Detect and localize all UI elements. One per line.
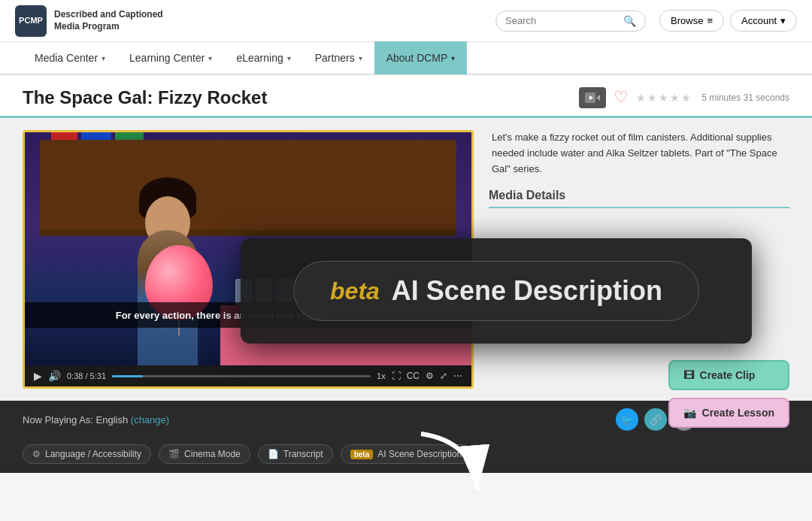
title-actions: ♡ ★ ★ ★ ★ ★ 5 minutes 31 seconds: [579, 87, 789, 108]
page-title: The Space Gal: Fizzy Rocket: [23, 87, 267, 108]
chevron-down-icon: ▾: [451, 54, 455, 62]
chevron-down-icon: ▾: [359, 54, 362, 62]
ai-scene-description-overlay: beta AI Scene Description: [241, 238, 752, 344]
svg-marker-1: [596, 95, 600, 101]
chevron-down-icon: ▾: [208, 54, 212, 62]
star-5: ★: [681, 92, 691, 104]
play-button[interactable]: ▶: [34, 370, 42, 382]
chevron-down-icon: ▾: [102, 54, 105, 62]
arrow-svg: [406, 419, 496, 509]
right-action-buttons: 🎞 Create Clip 📷 Create Lesson: [668, 360, 789, 428]
browse-button[interactable]: Browse ≡: [659, 10, 724, 32]
bookshelf: REACHSTARS: [40, 140, 456, 230]
change-language-link[interactable]: (change): [131, 414, 169, 426]
clip-icon: 🎞: [683, 369, 694, 381]
org-name: Described and Captioned Media Program: [54, 9, 163, 32]
video-type-icon[interactable]: [579, 87, 606, 108]
top-header: PCMP Described and Captioned Media Progr…: [0, 0, 812, 42]
favorite-button[interactable]: ♡: [614, 88, 629, 108]
ai-badge: beta AI Scene Description: [293, 261, 699, 321]
speed-button[interactable]: 1x: [377, 371, 386, 380]
twitter-share-button[interactable]: 🐦: [616, 408, 638, 431]
now-playing-label: Now Playing As: English (change): [23, 414, 169, 426]
book-1: REACHSTARS: [51, 132, 77, 140]
browse-label: Browse: [671, 15, 703, 26]
star-1: ★: [636, 92, 646, 104]
nav-item-partners[interactable]: Partners ▾: [303, 41, 374, 74]
play-icon: [585, 92, 600, 103]
arrow-indicator: [406, 419, 496, 512]
search-icon: 🔍: [623, 15, 636, 27]
nav-item-learning-center[interactable]: Learning Center ▾: [117, 41, 224, 74]
lesson-icon: 📷: [683, 407, 696, 419]
progress-fill: [112, 375, 143, 377]
language-accessibility-button[interactable]: ⚙ Language / Accessibility: [23, 444, 151, 464]
fullscreen-icon[interactable]: ⛶: [392, 371, 401, 381]
star-4: ★: [670, 92, 680, 104]
expand-icon[interactable]: ⤢: [440, 371, 447, 381]
media-details-heading: Media Details: [489, 189, 789, 208]
duration-text: 5 minutes 31 seconds: [701, 92, 789, 103]
more-icon[interactable]: ⋯: [453, 371, 462, 381]
browse-menu-icon: ≡: [707, 15, 713, 26]
main-nav: Media Center ▾ Learning Center ▾ eLearni…: [0, 42, 812, 75]
subtitles-icon[interactable]: CC: [407, 371, 420, 381]
star-3: ★: [659, 92, 668, 104]
search-bar[interactable]: 🔍: [495, 11, 646, 32]
volume-button[interactable]: 🔊: [48, 370, 61, 382]
settings-icon[interactable]: ⚙: [426, 371, 434, 381]
cinema-mode-button[interactable]: 🎬 Cinema Mode: [159, 444, 250, 464]
book-2: [81, 132, 111, 140]
progress-bar[interactable]: [112, 375, 371, 377]
account-button[interactable]: Account ▾: [730, 10, 797, 32]
overlay-main-label: AI Scene Description: [392, 275, 662, 307]
create-clip-button[interactable]: 🎞 Create Clip: [668, 360, 789, 390]
gear-icon: ⚙: [32, 449, 41, 459]
account-label: Account: [741, 15, 777, 26]
create-lesson-button[interactable]: 📷 Create Lesson: [668, 398, 789, 428]
nav-item-elearning[interactable]: eLearning ▾: [224, 41, 302, 74]
link-share-button[interactable]: 🔗: [644, 408, 667, 431]
cinema-icon: 🎬: [168, 449, 180, 459]
chevron-down-icon: ▾: [287, 54, 291, 62]
overlay-beta-label: beta: [330, 277, 380, 305]
logo-area: PCMP Described and Captioned Media Progr…: [15, 5, 163, 37]
book-3: [115, 132, 144, 140]
logo-icon: PCMP: [15, 5, 47, 37]
nav-item-about-dcmp[interactable]: About DCMP ▾: [374, 41, 468, 74]
title-bar: The Space Gal: Fizzy Rocket ♡ ★ ★ ★ ★ ★ …: [0, 75, 812, 118]
description-text: Let's make a fizzy rocket out of film ca…: [489, 130, 789, 177]
transcript-button[interactable]: 📄 Transcript: [258, 444, 333, 464]
time-display: 0:38 / 5:31: [67, 371, 106, 380]
account-chevron-icon: ▾: [780, 15, 786, 26]
star-rating[interactable]: ★ ★ ★ ★ ★: [636, 92, 691, 104]
nav-item-media-center[interactable]: Media Center ▾: [23, 41, 117, 74]
star-2: ★: [647, 92, 657, 104]
video-controls: ▶ 🔊 0:38 / 5:31 1x ⛶ CC ⚙ ⤢ ⋯: [25, 365, 471, 386]
document-icon: 📄: [268, 449, 279, 459]
beta-badge: beta: [350, 450, 374, 459]
search-input[interactable]: [505, 15, 620, 26]
